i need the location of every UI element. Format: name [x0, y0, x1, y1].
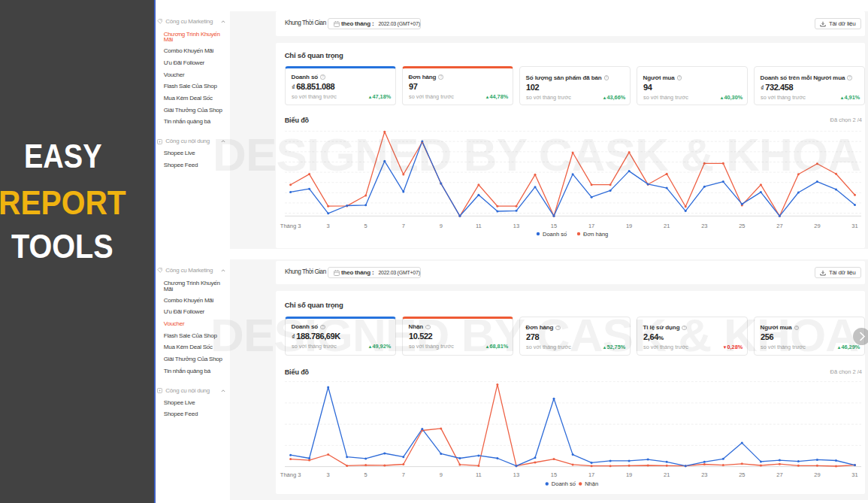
svg-text:9: 9 — [440, 471, 443, 478]
svg-text:5: 5 — [364, 471, 367, 478]
svg-text:Tháng 3: Tháng 3 — [280, 223, 301, 229]
svg-text:7: 7 — [402, 223, 405, 229]
svg-text:19: 19 — [626, 223, 632, 229]
svg-text:31: 31 — [851, 223, 857, 229]
svg-text:13: 13 — [513, 471, 519, 478]
svg-text:Đơn hàng: Đơn hàng — [583, 231, 608, 238]
svg-text:25: 25 — [739, 471, 745, 478]
svg-text:17: 17 — [588, 223, 594, 229]
svg-text:25: 25 — [739, 223, 745, 229]
svg-text:Tháng 3: Tháng 3 — [280, 471, 301, 478]
svg-text:23: 23 — [701, 471, 707, 478]
svg-text:11: 11 — [476, 223, 482, 229]
svg-text:13: 13 — [513, 223, 519, 229]
svg-text:17: 17 — [588, 471, 594, 478]
svg-text:29: 29 — [814, 223, 820, 229]
svg-text:15: 15 — [551, 223, 557, 229]
svg-text:9: 9 — [440, 223, 443, 229]
svg-text:15: 15 — [551, 471, 557, 478]
svg-text:11: 11 — [476, 471, 482, 478]
svg-text:5: 5 — [364, 223, 367, 229]
svg-text:3: 3 — [327, 471, 330, 478]
svg-text:7: 7 — [402, 471, 405, 478]
svg-text:21: 21 — [664, 223, 670, 229]
svg-text:Doanh số: Doanh số — [543, 231, 567, 238]
svg-text:Nhận: Nhận — [585, 480, 598, 487]
svg-text:23: 23 — [701, 223, 707, 229]
svg-text:27: 27 — [776, 471, 782, 478]
svg-text:29: 29 — [814, 471, 820, 478]
svg-text:27: 27 — [776, 223, 782, 229]
svg-text:19: 19 — [626, 471, 632, 478]
svg-text:31: 31 — [851, 471, 857, 478]
svg-text:3: 3 — [327, 223, 330, 229]
svg-text:Doanh số: Doanh số — [552, 480, 576, 487]
svg-text:21: 21 — [664, 471, 670, 478]
